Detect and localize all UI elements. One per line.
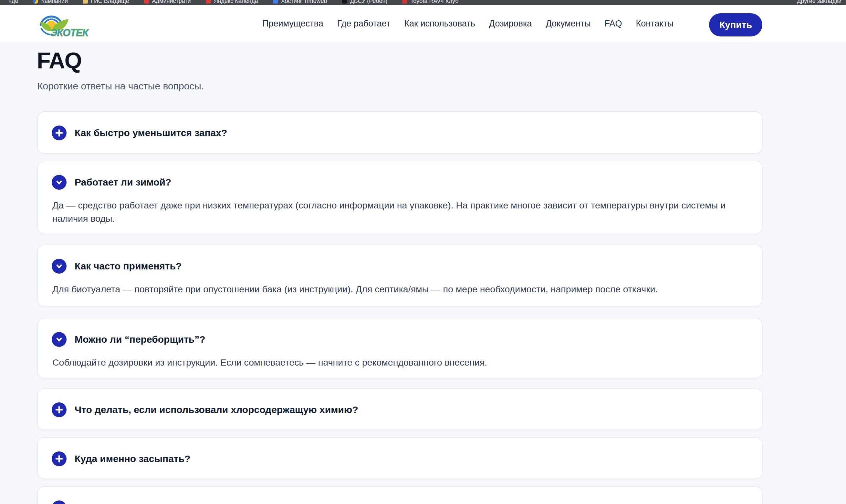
faq-question: Что делать, если использовали хлорсодерж…: [75, 404, 358, 415]
favicon-icon: [342, 0, 347, 3]
bookmark-label: ГИС Владище: [91, 0, 129, 4]
faq-question: Можно ли “переборщить”?: [75, 334, 205, 345]
favicon-icon: [402, 0, 407, 3]
faq-item[interactable]: Куда именно засыпать?: [37, 437, 763, 479]
bookmark-item[interactable]: Toyota RAV4 Клуб: [402, 0, 459, 4]
page-title: FAQ: [37, 48, 81, 74]
favicon-icon: [144, 0, 149, 3]
nav-link-6[interactable]: Контакты: [636, 19, 674, 29]
faq-answer: Соблюдайте дозировки из инструкции. Если…: [52, 356, 739, 369]
faq-item[interactable]: Можно ли “переборщить”?Соблюдайте дозиро…: [37, 318, 763, 378]
chevron-down-icon[interactable]: [52, 332, 67, 347]
bookmark-item[interactable]: Кампании: [33, 0, 68, 4]
bookmark-item[interactable]: нде: [8, 0, 18, 4]
faq-item[interactable]: Что делать, если использовали хлорсодерж…: [37, 388, 763, 430]
bookmark-item[interactable]: ДБСУ (Ребен): [342, 0, 387, 4]
nav-link-0[interactable]: Преимущества: [262, 19, 323, 29]
main-nav: ПреимуществаГде работаетКак использовать…: [262, 5, 674, 42]
nav-link-1[interactable]: Где работает: [337, 19, 391, 29]
faq-answer: Да — средство работает даже при низких т…: [52, 199, 739, 225]
bookmark-label: Яндекс Календа: [214, 0, 258, 4]
bookmark-item[interactable]: ГИС Владище: [83, 0, 129, 4]
plus-icon[interactable]: [52, 451, 67, 466]
nav-link-2[interactable]: Как использовать: [404, 19, 475, 29]
other-bookmarks-button[interactable]: Другие закладки: [797, 0, 842, 5]
bookmark-item[interactable]: Яндекс Календа: [206, 0, 258, 4]
chevron-down-icon[interactable]: [52, 175, 67, 190]
other-bookmarks-label: Другие закладки: [797, 0, 842, 4]
bookmark-label: Toyota RAV4 Клуб: [410, 0, 459, 4]
plus-icon[interactable]: [52, 501, 67, 504]
faq-item[interactable]: Как часто применять?Для биотуалета — пов…: [37, 245, 763, 307]
buy-button[interactable]: Купить: [709, 13, 762, 36]
chevron-down-icon[interactable]: [52, 259, 67, 274]
plus-icon[interactable]: [52, 126, 67, 140]
nav-link-5[interactable]: FAQ: [605, 19, 622, 29]
faq-question: Работает ли зимой?: [75, 177, 171, 188]
buy-button-label: Купить: [719, 20, 752, 30]
favicon-icon: [273, 0, 278, 3]
faq-answer: Для биотуалета — повторяйте при опустоше…: [52, 283, 739, 296]
faq-question: Куда именно засыпать?: [75, 453, 190, 464]
folder-icon: [83, 0, 88, 3]
faq-item[interactable]: Работает ли зимой?Да — средство работает…: [37, 161, 763, 234]
nav-link-4[interactable]: Документы: [546, 19, 590, 29]
nav-link-3[interactable]: Дозировка: [489, 19, 532, 29]
brand-wordmark: ЭКОТЕК: [50, 27, 89, 38]
favicon-icon: [206, 0, 211, 3]
brand-logo[interactable]: ЭКОТЕК: [36, 13, 93, 38]
faq-item[interactable]: Как быстро уменьшится запах?: [37, 111, 763, 154]
bookmark-label: Администрати: [152, 0, 191, 4]
shield-icon: [33, 0, 38, 3]
faq-question: Как часто применять?: [75, 261, 182, 272]
plus-icon[interactable]: [52, 402, 67, 417]
ecotek-logo-icon: ЭКОТЕК: [36, 13, 93, 38]
bookmark-label: ДБСУ (Ребен): [350, 0, 387, 4]
faq-question: Подходит ли не только для “биотуалета”?: [75, 502, 279, 504]
site-header: ЭКОТЕК ПреимуществаГде работаетКак испол…: [0, 5, 846, 43]
bookmark-label: Кампании: [41, 0, 68, 4]
bookmark-label: Хостинг Timeweb: [281, 0, 327, 4]
bookmark-item[interactable]: Администрати: [144, 0, 191, 4]
faq-item[interactable]: Подходит ли не только для “биотуалета”?: [37, 486, 763, 504]
faq-question: Как быстро уменьшится запах?: [75, 127, 227, 139]
page-subtitle: Короткие ответы на частые вопросы.: [37, 81, 204, 92]
bookmark-label: нде: [8, 0, 18, 4]
browser-bookmarks-bar: ндеКампанииГИС ВладищеАдминистратиЯндекс…: [0, 0, 846, 5]
bookmark-item[interactable]: Хостинг Timeweb: [273, 0, 327, 4]
